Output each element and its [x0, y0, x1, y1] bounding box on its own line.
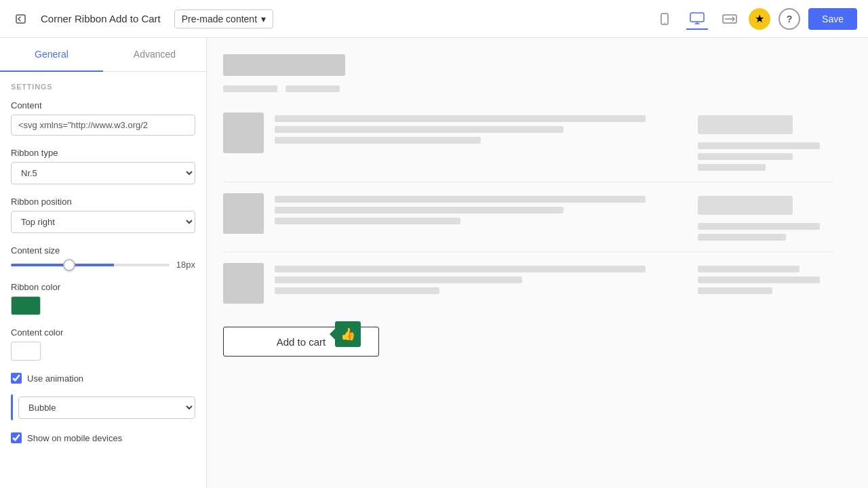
- show-mobile-checkbox[interactable]: [11, 432, 22, 443]
- product-thumbnail: [223, 263, 264, 304]
- skeleton-line: [275, 207, 564, 214]
- show-mobile-row: Show on mobile devices: [11, 432, 195, 443]
- ribbon-position-select[interactable]: Top left Top right Bottom left Bottom ri…: [11, 211, 195, 233]
- settings-label: SETTINGS: [11, 83, 195, 91]
- skeleton-subtitle-row: [223, 85, 833, 92]
- animation-type-select[interactable]: None Bubble Pulse Shake: [18, 396, 195, 419]
- show-mobile-label[interactable]: Show on mobile devices: [27, 433, 122, 443]
- skeleton-subtitle-1: [223, 85, 277, 92]
- ribbon-position-label: Ribbon position: [11, 197, 195, 207]
- skeleton-block: [698, 196, 793, 215]
- preview-divider: [223, 182, 833, 182]
- animation-type-row: None Bubble Pulse Shake: [11, 394, 195, 420]
- premium-button[interactable]: ★: [749, 8, 770, 30]
- skeleton-line: [275, 218, 460, 224]
- ribbon-color-label: Ribbon color: [11, 282, 195, 292]
- star-icon: ★: [755, 12, 764, 25]
- product-info: [275, 263, 687, 294]
- ribbon-icon: 👍: [340, 327, 355, 342]
- skeleton-line: [275, 266, 646, 272]
- product-side: [698, 263, 833, 294]
- tabs: General Advanced: [0, 38, 206, 72]
- premade-dropdown[interactable]: Pre-made content ▾: [174, 9, 273, 28]
- use-animation-checkbox[interactable]: [11, 373, 22, 384]
- content-size-field-group: Content size 18px: [11, 245, 195, 270]
- content-size-slider-row: 18px: [11, 260, 195, 270]
- skeleton-line: [275, 137, 481, 144]
- ribbon-type-select[interactable]: Nr.1Nr.2Nr.3Nr.4 Nr.5Nr.6: [11, 162, 195, 184]
- skeleton-line: [698, 153, 793, 160]
- preview-area: Add to cart 👍: [207, 38, 868, 488]
- preview-inner: Add to cart 👍: [223, 54, 833, 357]
- skeleton-line: [275, 126, 564, 133]
- page-title: Corner Ribbon Add to Cart: [41, 13, 161, 24]
- ribbon-badge: 👍: [335, 321, 361, 347]
- content-input[interactable]: [11, 115, 195, 136]
- product-thumbnail: [223, 113, 264, 153]
- skeleton-line: [275, 115, 646, 122]
- skeleton-line: [275, 196, 646, 203]
- content-size-slider[interactable]: [11, 264, 170, 266]
- skeleton-line: [275, 277, 522, 283]
- responsive-view-button[interactable]: [719, 8, 741, 30]
- responsive-icon: [722, 12, 737, 26]
- product-info: [275, 113, 687, 144]
- product-row: [223, 186, 833, 247]
- premade-label: Pre-made content: [182, 14, 257, 24]
- help-icon: ?: [787, 14, 793, 24]
- mobile-view-button[interactable]: [654, 8, 675, 30]
- content-size-label: Content size: [11, 245, 195, 256]
- content-color-field-group: Content color: [11, 327, 195, 361]
- back-button[interactable]: [11, 8, 33, 30]
- product-side: [698, 113, 833, 171]
- skeleton-line: [698, 266, 800, 272]
- content-color-swatch[interactable]: [11, 342, 41, 361]
- tab-advanced[interactable]: Advanced: [103, 38, 206, 72]
- animation-bar: [11, 394, 13, 420]
- sidebar: General Advanced SETTINGS Content Ribbon…: [0, 38, 207, 488]
- back-icon: [15, 12, 28, 26]
- product-row: [223, 106, 833, 178]
- skeleton-line: [698, 164, 766, 171]
- ribbon-color-swatch[interactable]: [11, 296, 41, 315]
- help-button[interactable]: ?: [778, 8, 800, 30]
- view-icons: [654, 8, 741, 30]
- skeleton-line: [698, 142, 820, 149]
- skeleton-title: [223, 54, 345, 76]
- svg-rect-3: [690, 13, 704, 22]
- settings-section: SETTINGS Content Ribbon type Nr.1Nr.2Nr.…: [0, 72, 206, 465]
- product-thumbnail: [223, 193, 264, 234]
- skeleton-line: [698, 234, 786, 241]
- product-row: [223, 256, 833, 310]
- mobile-icon: [658, 12, 671, 26]
- topbar: Corner Ribbon Add to Cart Pre-made conte…: [0, 0, 868, 38]
- product-info: [275, 193, 687, 224]
- ribbon-color-field-group: Ribbon color: [11, 282, 195, 315]
- preview-divider: [223, 251, 833, 252]
- skeleton-line: [698, 277, 820, 283]
- skeleton-line: [698, 287, 772, 294]
- skeleton-line: [275, 287, 439, 294]
- content-label: Content: [11, 100, 195, 110]
- add-to-cart-area: Add to cart 👍: [223, 327, 833, 357]
- ribbon-position-field-group: Ribbon position Top left Top right Botto…: [11, 197, 195, 233]
- content-field-group: Content: [11, 100, 195, 136]
- chevron-down-icon: ▾: [261, 14, 266, 24]
- use-animation-label[interactable]: Use animation: [27, 373, 83, 384]
- product-list: [223, 106, 833, 310]
- tab-general[interactable]: General: [0, 38, 103, 72]
- ribbon-type-field-group: Ribbon type Nr.1Nr.2Nr.3Nr.4 Nr.5Nr.6: [11, 148, 195, 184]
- desktop-icon: [690, 12, 705, 25]
- content-size-value: 18px: [176, 260, 195, 270]
- product-side: [698, 193, 833, 241]
- content-color-label: Content color: [11, 327, 195, 338]
- preview-header: [223, 54, 833, 92]
- ribbon-type-label: Ribbon type: [11, 148, 195, 158]
- skeleton-subtitle-2: [285, 85, 340, 92]
- desktop-view-button[interactable]: [686, 8, 708, 30]
- skeleton-line: [698, 223, 820, 230]
- use-animation-row: Use animation: [11, 373, 195, 384]
- main-layout: General Advanced SETTINGS Content Ribbon…: [0, 38, 868, 488]
- skeleton-block: [698, 115, 793, 134]
- save-button[interactable]: Save: [808, 8, 857, 30]
